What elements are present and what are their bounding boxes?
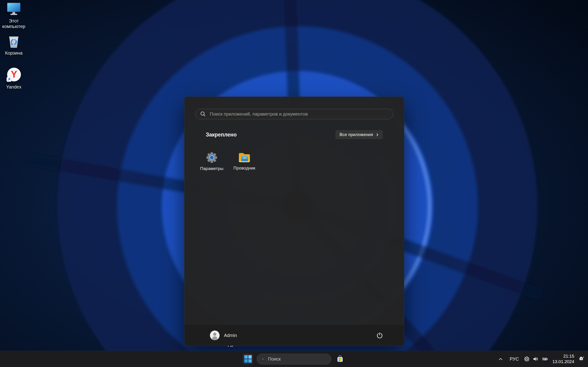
- chevron-right-icon: [376, 133, 379, 136]
- volume-icon[interactable]: [531, 353, 540, 365]
- bell-dnd-icon: z z: [578, 356, 585, 362]
- app-tile-label: Параметры: [200, 166, 223, 171]
- taskbar-search-input[interactable]: [268, 356, 329, 362]
- app-tile-label: Проводник: [233, 166, 255, 171]
- svg-text:Y: Y: [11, 69, 17, 80]
- shortcut-arrow-badge: [7, 77, 11, 82]
- svg-text:z: z: [580, 357, 582, 360]
- chevron-up-icon: [499, 358, 502, 361]
- app-tile-explorer[interactable]: Проводник: [228, 149, 261, 177]
- taskbar-search[interactable]: [257, 354, 331, 365]
- desktop-icon-recycle-bin[interactable]: Корзина: [1, 34, 27, 56]
- desktop-icon-this-pc[interactable]: Этот компьютер: [1, 2, 27, 29]
- power-icon: [376, 332, 383, 339]
- user-avatar-icon: [210, 330, 220, 340]
- microsoft-store-icon: [336, 354, 344, 364]
- search-icon: [262, 356, 264, 362]
- tray-chevron-up[interactable]: [496, 353, 505, 365]
- globe-no-internet-icon: [524, 356, 530, 362]
- start-button[interactable]: [243, 354, 253, 364]
- svg-text:z: z: [583, 356, 584, 358]
- store-button[interactable]: [335, 354, 346, 364]
- network-icon[interactable]: [523, 353, 531, 365]
- search-icon: [200, 111, 206, 117]
- taskbar: РУС: [0, 351, 588, 367]
- all-apps-label: Все приложения: [339, 132, 373, 137]
- start-menu: Закреплено Все приложения: [184, 97, 404, 346]
- yandex-browser-icon: Y: [6, 67, 21, 83]
- app-tile-settings[interactable]: Параметры: [195, 149, 228, 177]
- desktop-icon-yandex[interactable]: Y Yandex: [1, 67, 27, 90]
- system-tray: РУС: [496, 351, 586, 367]
- language-indicator[interactable]: РУС: [508, 353, 520, 365]
- clock[interactable]: 21:15 13.01.2024: [552, 353, 574, 365]
- desktop-icon-label: Корзина: [5, 50, 23, 56]
- battery-icon[interactable]: [540, 353, 549, 365]
- all-apps-button[interactable]: Все приложения: [336, 130, 383, 139]
- folder-icon: [238, 151, 251, 163]
- monitor-icon: [6, 2, 21, 17]
- pinned-section-title: Закреплено: [206, 132, 237, 138]
- settings-gear-icon: [206, 151, 218, 164]
- pinned-apps-grid: Параметры П: [195, 149, 261, 177]
- battery-charging-icon: [541, 356, 548, 362]
- notification-bell-icon[interactable]: z z: [577, 353, 586, 365]
- tray-date: 13.01.2024: [552, 359, 574, 365]
- start-search-input[interactable]: [209, 111, 391, 117]
- speaker-icon: [533, 356, 539, 362]
- windows-logo-icon: [244, 355, 252, 363]
- recycle-bin-icon: [7, 34, 20, 49]
- power-button[interactable]: [374, 330, 385, 341]
- desktop-icon-label: Этот компьютер: [1, 18, 27, 29]
- desktop: Этот компьютер Корзина: [0, 0, 588, 367]
- tray-time: 21:15: [552, 353, 574, 359]
- user-account-button[interactable]: Admin: [207, 328, 240, 342]
- desktop-icon-label: Yandex: [6, 84, 21, 90]
- start-user-bar: Admin: [184, 325, 404, 346]
- user-name-label: Admin: [224, 333, 237, 338]
- start-search-box[interactable]: [195, 109, 393, 119]
